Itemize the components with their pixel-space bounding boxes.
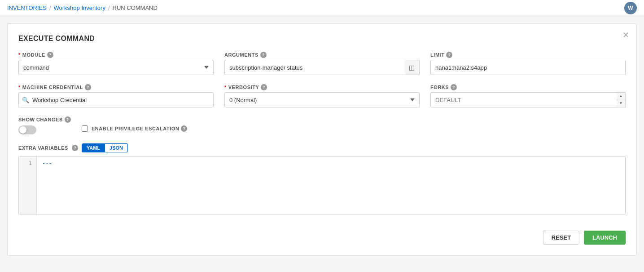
extra-variables-help-icon[interactable]: ? [72, 145, 78, 151]
breadcrumb-sep-2: / [108, 4, 110, 11]
limit-input[interactable] [430, 60, 626, 75]
arguments-help-icon[interactable]: ? [260, 52, 267, 58]
form-row-2: * MACHINE CREDENTIAL ? 🔍 * VERBOSITY ? 0… [18, 84, 626, 107]
arguments-input-wrapper: ◫ [224, 60, 420, 75]
forks-spinners: ▲ ▼ [617, 92, 626, 107]
extra-variables-header: EXTRA VARIABLES ? YAML JSON [18, 143, 626, 152]
verbosity-help-icon[interactable]: ? [261, 84, 267, 90]
avatar[interactable]: W [624, 2, 637, 14]
arguments-group: ARGUMENTS ? ◫ [224, 52, 420, 75]
module-required: * [18, 52, 21, 58]
limit-group: LIMIT ? [430, 52, 626, 75]
module-label: * MODULE ? [18, 52, 214, 58]
show-changes-toggle[interactable] [18, 125, 36, 134]
forks-input-wrapper: ▲ ▼ [430, 92, 626, 107]
privilege-escalation-group: ENABLE PRIVILEGE ESCALATION ? [82, 116, 188, 132]
show-changes-label: SHOW CHANGES ? [18, 116, 71, 123]
arguments-input[interactable] [224, 60, 420, 75]
machine-credential-group: * MACHINE CREDENTIAL ? 🔍 [18, 84, 214, 107]
show-changes-group: SHOW CHANGES ? [18, 116, 71, 134]
machine-credential-help-icon[interactable]: ? [85, 84, 91, 90]
card-title: EXECUTE COMMAND [18, 35, 626, 43]
privilege-escalation-label: ENABLE PRIVILEGE ESCALATION ? [92, 125, 188, 132]
code-editor: 1 --- [18, 156, 626, 214]
forks-group: FORKS ? ▲ ▼ [430, 84, 626, 107]
verbosity-label: * VERBOSITY ? [224, 84, 420, 90]
extra-variables-label: EXTRA VARIABLES [18, 145, 68, 151]
arguments-label: ARGUMENTS ? [224, 52, 420, 58]
verbosity-required: * [224, 85, 227, 90]
breadcrumb-workshop-inventory[interactable]: Workshop Inventory [54, 4, 105, 11]
limit-help-icon[interactable]: ? [446, 52, 452, 58]
machine-credential-input[interactable] [18, 92, 214, 107]
extra-variables-section: EXTRA VARIABLES ? YAML JSON 1 --- [18, 143, 626, 214]
breadcrumb-inventories[interactable]: INVENTORIES [7, 4, 47, 11]
code-content[interactable]: --- [37, 156, 625, 214]
limit-label: LIMIT ? [430, 52, 626, 58]
yaml-tab[interactable]: YAML [82, 143, 105, 152]
privilege-escalation-help-icon[interactable]: ? [181, 125, 187, 132]
format-tabs: YAML JSON [82, 143, 128, 152]
module-group: * MODULE ? command [18, 52, 214, 75]
machine-credential-input-wrapper: 🔍 [18, 92, 214, 107]
forks-input[interactable] [430, 92, 626, 107]
breadcrumb-run-command: RUN COMMAND [113, 4, 158, 11]
show-changes-help-icon[interactable]: ? [65, 116, 71, 123]
form-row-1: * MODULE ? command ARGUMENTS ? ◫ [18, 52, 626, 75]
main-content: EXECUTE COMMAND ✕ * MODULE ? command ARG… [0, 16, 644, 263]
execute-command-card: EXECUTE COMMAND ✕ * MODULE ? command ARG… [7, 23, 637, 256]
line-numbers: 1 [19, 156, 37, 214]
verbosity-group: * VERBOSITY ? 0 (Normal) [224, 84, 420, 107]
machine-credential-required: * [18, 85, 21, 90]
machine-credential-label: * MACHINE CREDENTIAL ? [18, 84, 214, 90]
verbosity-select[interactable]: 0 (Normal) [224, 92, 420, 107]
module-select[interactable]: command [18, 60, 214, 75]
form-row-3: SHOW CHANGES ? ENABLE PRIVILEGE ESCALATI… [18, 116, 626, 134]
arguments-expand-button[interactable]: ◫ [404, 60, 420, 75]
json-tab[interactable]: JSON [105, 143, 128, 152]
reset-button[interactable]: RESET [543, 231, 579, 245]
footer-actions: RESET LAUNCH [18, 223, 626, 245]
privilege-escalation-checkbox[interactable] [82, 125, 88, 132]
forks-help-icon[interactable]: ? [451, 84, 457, 90]
close-button[interactable]: ✕ [622, 31, 629, 39]
forks-increment-button[interactable]: ▲ [617, 93, 625, 100]
forks-label: FORKS ? [430, 84, 626, 90]
search-icon: 🔍 [22, 97, 29, 103]
breadcrumb: INVENTORIES / Workshop Inventory / RUN C… [0, 0, 644, 16]
breadcrumb-sep-1: / [49, 4, 51, 11]
launch-button[interactable]: LAUNCH [584, 231, 626, 245]
forks-decrement-button[interactable]: ▼ [617, 100, 625, 107]
module-help-icon[interactable]: ? [47, 52, 53, 58]
